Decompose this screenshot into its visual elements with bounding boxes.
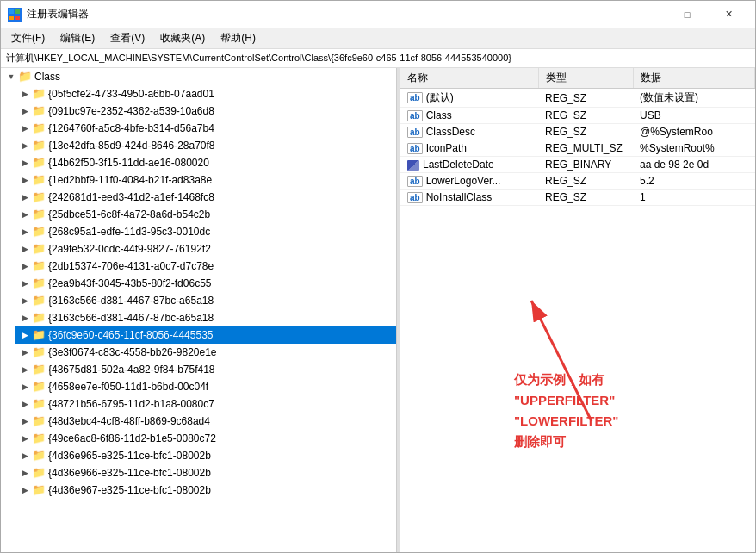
list-item[interactable]: ▶ 📁 {4d36e967-e325-11ce-bfc1-08002b (15, 482, 396, 499)
list-item[interactable]: ▶ 📁 {3e3f0674-c83c-4558-bb26-9820e1e (15, 344, 396, 361)
expand-icon: ▼ (4, 70, 18, 84)
folder-icon: 📁 (32, 259, 46, 273)
menu-edit[interactable]: 编辑(E) (53, 29, 102, 47)
tree-item-label: {48721b56-6795-11d2-b1a8-0080c7 (48, 398, 214, 410)
list-item[interactable]: ▶ 📁 {3163c566-d381-4467-87bc-a65a18 (15, 292, 396, 309)
folder-icon: 📁 (32, 104, 46, 118)
registry-type-cell: REG_SZ (538, 108, 633, 124)
ab-icon: ab (407, 92, 423, 103)
list-item[interactable]: ▶ 📁 {1ed2bbf9-11f0-4084-b21f-ad83a8e (15, 171, 396, 189)
list-item[interactable]: ▶ 📁 {14b62f50-3f15-11dd-ae16-080020 (15, 154, 396, 171)
table-row[interactable]: abNoInstallClassREG_SZ1 (400, 190, 755, 206)
list-item[interactable]: ▶ 📁 {05f5cfe2-4733-4950-a6bb-07aad01 (15, 85, 396, 103)
registry-type-cell: REG_SZ (538, 173, 633, 190)
folder-icon: 📁 (32, 139, 46, 152)
title-bar: 注册表编辑器 — □ ✕ (1, 1, 755, 28)
list-item[interactable]: ▶ 📁 {48d3ebc4-4cf8-48ff-b869-9c68ad4 (15, 413, 396, 430)
tree-root-label: Class (34, 71, 60, 83)
minimize-button[interactable]: — (626, 6, 666, 23)
list-item[interactable]: ▶ 📁 {4d36e966-e325-11ce-bfc1-08002b (15, 464, 396, 482)
ab-icon: ab (407, 110, 423, 121)
list-item[interactable]: ▶ 📁 {2a9fe532-0cdc-44f9-9827-76192f2 (15, 240, 396, 258)
title-bar-controls: — □ ✕ (626, 6, 748, 23)
folder-icon: 📁 (32, 328, 46, 342)
expand-icon: ▶ (18, 294, 32, 308)
tree-item-label: {14b62f50-3f15-11dd-ae16-080020 (48, 157, 209, 169)
folder-icon: 📁 (32, 363, 46, 376)
registry-type-cell: REG_SZ (538, 89, 633, 108)
folder-icon: 📁 (32, 483, 46, 497)
ab-icon: ab (407, 143, 423, 154)
annotation-overlay: 仅为示例，如有 "UPPERFILTER" "LOWERFILTER" 删除即可 (445, 258, 755, 432)
registry-type-cell: REG_BINARY (538, 157, 633, 173)
close-button[interactable]: ✕ (709, 6, 748, 23)
folder-icon: 📁 (18, 70, 32, 84)
tree-item-label: {1264760f-a5c8-4bfe-b314-d56a7b4 (48, 122, 214, 134)
menu-help[interactable]: 帮助(H) (214, 29, 263, 47)
table-row[interactable]: abClassDescREG_SZ@%SystemRoo (400, 124, 755, 140)
list-item[interactable]: ▶ 📁 {1264760f-a5c8-4bfe-b314-d56a7b4 (15, 120, 396, 137)
list-item[interactable]: ▶ 📁 {091bc97e-2352-4362-a539-10a6d8 (15, 103, 396, 120)
tree-pane[interactable]: ▼ 📁 Class ▶ 📁 {05f5cfe2-4733-4950-a6bb-0… (1, 68, 397, 552)
col-header-data: 数据 (633, 68, 755, 89)
list-item[interactable]: ▶ 📁 {25dbce51-6c8f-4a72-8a6d-b54c2b (15, 206, 396, 223)
expand-icon: ▶ (18, 311, 32, 325)
folder-icon: 📁 (32, 173, 46, 187)
folder-icon: 📁 (32, 294, 46, 308)
folder-icon: 📁 (32, 276, 46, 290)
list-item[interactable]: ▶ 📁 {49ce6ac8-6f86-11d2-b1e5-0080c72 (15, 430, 396, 447)
registry-name-cell: abClass (400, 108, 538, 124)
list-item[interactable]: ▶ 📁 {3163c566-d381-4467-87bc-a65a18 (15, 309, 396, 326)
list-item[interactable]: ▶ 📁 {43675d81-502a-4a82-9f84-b75f418 (15, 361, 396, 378)
menu-file[interactable]: 文件(F) (4, 29, 52, 47)
expand-icon: ▶ (18, 397, 32, 411)
ab-icon: ab (407, 176, 423, 187)
menu-favorites[interactable]: 收藏夹(A) (153, 29, 212, 47)
tree-item-label: {3e3f0674-c83c-4558-bb26-9820e1e (48, 346, 217, 358)
table-row[interactable]: abIconPathREG_MULTI_SZ%SystemRoot% (400, 140, 755, 157)
tree-item-label: {3163c566-d381-4467-87bc-a65a18 (48, 312, 214, 324)
registry-name-cell: abClassDesc (400, 124, 538, 140)
expand-icon: ▶ (18, 173, 32, 187)
arrow-svg (445, 258, 755, 430)
list-item[interactable]: ▶ 📁 {48721b56-6795-11d2-b1a8-0080c7 (15, 395, 396, 413)
svg-rect-2 (9, 16, 14, 20)
main-content: ▼ 📁 Class ▶ 📁 {05f5cfe2-4733-4950-a6bb-0… (1, 68, 755, 552)
right-pane: 名称 类型 数据 ab(默认)REG_SZ(数值未设置)abClassREG_S… (400, 68, 755, 552)
list-item[interactable]: ▶ 📁 {13e42dfa-85d9-424d-8646-28a70f8 (15, 137, 396, 154)
tree-item-label: {4658ee7e-f050-11d1-b6bd-00c04f (48, 381, 208, 393)
list-item[interactable]: ▶ 📁 {242681d1-eed3-41d2-a1ef-1468fc8 (15, 189, 396, 206)
registry-table: 名称 类型 数据 ab(默认)REG_SZ(数值未设置)abClassREG_S… (400, 68, 755, 206)
registry-name-cell: LastDeleteDate (400, 157, 538, 173)
registry-data-cell: 5.2 (633, 173, 755, 190)
tree-item-selected[interactable]: ▶ 📁 {36fc9e60-c465-11cf-8056-4445535 (15, 326, 396, 344)
list-item[interactable]: ▶ 📁 {4658ee7e-f050-11d1-b6bd-00c04f (15, 378, 396, 395)
tree-root-class[interactable]: ▼ 📁 Class (1, 68, 396, 85)
tree-item-label: {43675d81-502a-4a82-9f84-b75f418 (48, 363, 215, 376)
folder-icon: 📁 (32, 208, 46, 221)
tree-item-label: {268c95a1-edfe-11d3-95c3-0010dc (48, 226, 210, 238)
annotation-text: 仅为示例，如有 "UPPERFILTER" "LOWERFILTER" 删除即可 (514, 370, 618, 452)
folder-icon: 📁 (32, 345, 46, 359)
table-row[interactable]: abLowerLogoVer...REG_SZ5.2 (400, 173, 755, 190)
table-row[interactable]: abClassREG_SZUSB (400, 108, 755, 124)
folder-icon: 📁 (32, 466, 46, 480)
folder-icon: 📁 (32, 432, 46, 445)
registry-type-cell: REG_SZ (538, 190, 633, 206)
main-window: 注册表编辑器 — □ ✕ 文件(F) 编辑(E) 查看(V) 收藏夹(A) 帮助… (0, 0, 756, 553)
list-item[interactable]: ▶ 📁 {2db15374-706e-4131-a0c7-d7c78e (15, 258, 396, 275)
list-item[interactable]: ▶ 📁 {268c95a1-edfe-11d3-95c3-0010dc (15, 223, 396, 240)
table-row[interactable]: ab(默认)REG_SZ(数值未设置) (400, 89, 755, 108)
tree-children: ▶ 📁 {05f5cfe2-4733-4950-a6bb-07aad01 ▶ 📁… (1, 85, 396, 499)
tree-item-label: {091bc97e-2352-4362-a539-10a6d8 (48, 105, 214, 117)
svg-rect-3 (15, 16, 20, 20)
expand-icon: ▶ (18, 190, 32, 204)
tree-item-label: {4d36e966-e325-11ce-bfc1-08002b (48, 467, 211, 479)
registry-icon (8, 8, 22, 22)
list-item[interactable]: ▶ 📁 {4d36e965-e325-11ce-bfc1-08002b (15, 447, 396, 464)
maximize-button[interactable]: □ (667, 6, 707, 23)
list-item[interactable]: ▶ 📁 {2ea9b43f-3045-43b5-80f2-fd06c55 (15, 275, 396, 292)
menu-view[interactable]: 查看(V) (103, 29, 152, 47)
table-row[interactable]: LastDeleteDateREG_BINARYaa de 98 2e 0d (400, 157, 755, 173)
binary-icon (407, 160, 419, 171)
